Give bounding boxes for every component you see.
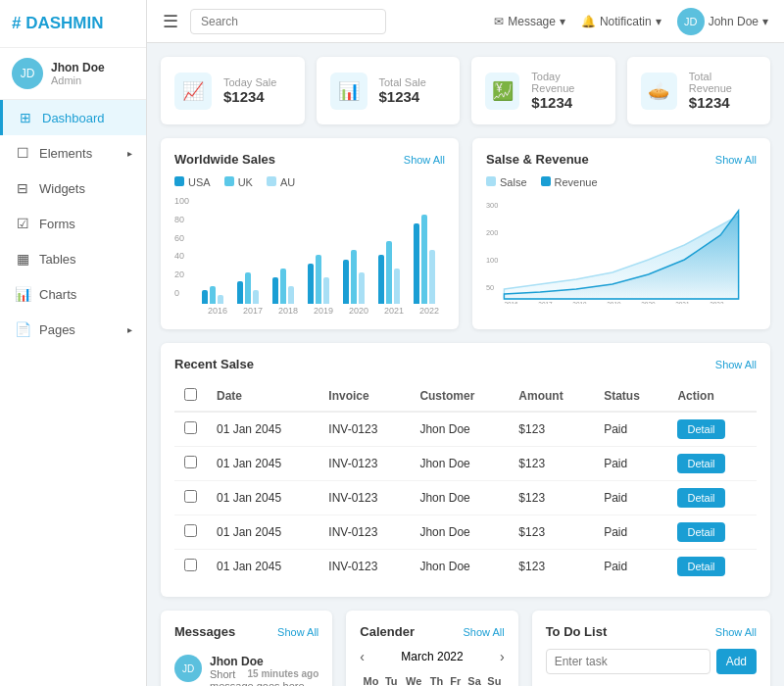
row-checkbox-1[interactable] <box>184 456 197 468</box>
todo-card: To Do List Show All Add Short task goes … <box>532 611 770 686</box>
sidebar-item-pages[interactable]: 📄 Pages ▸ <box>0 312 146 347</box>
cell-status-2: Paid <box>594 481 667 515</box>
col-action: Action <box>667 381 757 412</box>
todo-input[interactable] <box>546 649 710 674</box>
sidebar-item-widgets[interactable]: ⊟ Widgets <box>0 171 146 206</box>
todo-add-button[interactable]: Add <box>716 649 757 674</box>
sidebar-item-dashboard[interactable]: ⊞ Dashboard <box>0 100 146 135</box>
recent-sales-show-all[interactable]: Show All <box>715 359 757 370</box>
calendar-next-button[interactable]: › <box>500 649 505 664</box>
notification-button[interactable]: 🔔 Notificatin ▾ <box>581 15 662 28</box>
sales-revenue-show-all[interactable]: Show All <box>715 154 757 166</box>
msg-name-0: Jhon Doe15 minutes ago <box>210 655 318 668</box>
calendar-show-all[interactable]: Show All <box>463 626 504 638</box>
user-menu-button[interactable]: JD John Doe ▾ <box>677 8 768 35</box>
stat-card-0: 📈 Today Sale $1234 <box>161 57 305 124</box>
table-row: 01 Jan 2045 INV-0123 Jhon Doe $123 Paid … <box>174 550 757 584</box>
table-row: 01 Jan 2045 INV-0123 Jhon Doe $123 Paid … <box>174 412 757 447</box>
row-checkbox-2[interactable] <box>184 490 197 503</box>
x-labels: 2016201720182019202020212022 <box>174 306 445 316</box>
recent-sales-card: Recent Salse Show All Date Invoice Custo… <box>161 343 770 597</box>
bar-USA-2022 <box>414 223 419 304</box>
msg-time-0: 15 minutes ago <box>248 668 319 679</box>
calendar-prev-button[interactable]: ‹ <box>360 649 365 664</box>
user-chevron-icon: ▾ <box>762 15 768 28</box>
calendar-header: Calender Show All <box>360 624 504 639</box>
cell-date-4: 01 Jan 2045 <box>207 550 318 584</box>
sidebar-item-tables[interactable]: ▦ Tables <box>0 241 146 276</box>
stat-label-3: Total Revenue <box>689 71 757 94</box>
messages-list: JD Jhon Doe15 minutes ago Short message … <box>174 649 318 686</box>
bar-UK-2020 <box>351 250 357 304</box>
bar-USA-2019 <box>308 264 314 304</box>
charts-row: Worldwide Sales Show All USA UK AU 10080… <box>161 138 770 329</box>
bar-AU-2019 <box>323 277 329 304</box>
row-checkbox-4[interactable] <box>184 559 197 571</box>
detail-button-1[interactable]: Detail <box>677 454 724 473</box>
cell-customer-1: Jhon Doe <box>410 447 509 481</box>
todo-list: Short task goes here... × Short task goe… <box>546 682 757 686</box>
todo-item-0: Short task goes here... × <box>546 682 757 686</box>
svg-text:200: 200 <box>486 228 498 237</box>
bar-chart <box>174 196 445 304</box>
svg-text:2021: 2021 <box>675 301 690 304</box>
stat-label-0: Today Sale <box>223 76 276 88</box>
messages-show-all[interactable]: Show All <box>277 626 318 638</box>
search-input[interactable] <box>190 9 386 34</box>
row-checkbox-0[interactable] <box>184 421 197 434</box>
cell-amount-2: $123 <box>509 481 594 515</box>
cal-day-header: Tu <box>382 672 401 686</box>
calendar-nav: ‹ March 2022 › <box>360 649 504 664</box>
message-button[interactable]: ✉ Message ▾ <box>494 15 565 28</box>
message-item-0: JD Jhon Doe15 minutes ago Short message … <box>174 649 318 686</box>
stats-row: 📈 Today Sale $1234 📊 Total Sale $1234 💹 … <box>161 57 770 124</box>
sidebar-navigation: ⊞ Dashboard ☐ Elements ▸⊟ Widgets ☑ Form… <box>0 100 146 686</box>
detail-button-0[interactable]: Detail <box>677 419 724 439</box>
todo-show-all[interactable]: Show All <box>715 626 757 638</box>
notification-label: Notificatin <box>600 15 652 28</box>
nav-icon-widgets: ⊟ <box>14 180 31 196</box>
chevron-icon: ▸ <box>127 324 132 335</box>
sidebar-item-charts[interactable]: 📊 Charts <box>0 276 146 312</box>
nav-label-elements: Elements <box>39 146 92 161</box>
nav-icon-tables: ▦ <box>14 251 31 267</box>
stat-label-1: Total Sale <box>379 76 426 88</box>
nav-icon-charts: 📊 <box>14 286 31 302</box>
col-amount: Amount <box>509 381 594 412</box>
col-status: Status <box>594 381 667 412</box>
bar-group-2022 <box>414 215 445 304</box>
worldwide-sales-title: Worldwide Sales <box>174 152 275 167</box>
messages-header: Messages Show All <box>174 624 318 639</box>
worldwide-sales-show-all[interactable]: Show All <box>404 154 445 166</box>
sidebar-item-forms[interactable]: ☑ Forms <box>0 206 146 241</box>
stat-icon-0: 📈 <box>174 73 212 110</box>
x-label-2022: 2022 <box>414 306 445 316</box>
chevron-icon: ▸ <box>127 148 132 159</box>
bar-USA-2021 <box>378 255 384 304</box>
nav-label-tables: Tables <box>39 252 76 267</box>
stat-info-1: Total Sale $1234 <box>379 76 426 105</box>
msg-avatar-0: JD <box>174 655 202 682</box>
nav-label-charts: Charts <box>39 287 76 302</box>
sales-revenue-card: Salse & Revenue Show All Salse Revenue 3… <box>472 138 770 329</box>
cell-customer-2: Jhon Doe <box>410 481 509 515</box>
row-checkbox-3[interactable] <box>184 524 197 537</box>
table-head: Date Invoice Customer Amount Status Acti… <box>174 381 757 412</box>
detail-button-3[interactable]: Detail <box>677 522 724 542</box>
worldwide-sales-legend: USA UK AU <box>174 176 445 188</box>
detail-button-2[interactable]: Detail <box>677 488 724 508</box>
svg-text:2018: 2018 <box>572 301 587 304</box>
cell-status-3: Paid <box>594 515 667 550</box>
svg-text:300: 300 <box>486 201 498 210</box>
x-label-2016: 2016 <box>202 306 233 316</box>
msg-content-0: Jhon Doe15 minutes ago Short message goe… <box>210 655 318 686</box>
x-label-2020: 2020 <box>343 306 374 316</box>
select-all-checkbox[interactable] <box>184 388 197 401</box>
bar-AU-2021 <box>394 269 400 304</box>
bar-group-2019 <box>308 255 339 304</box>
sidebar-item-elements[interactable]: ☐ Elements ▸ <box>0 135 146 171</box>
bar-AU-2022 <box>429 250 435 304</box>
detail-button-4[interactable]: Detail <box>677 557 724 576</box>
menu-icon[interactable]: ☰ <box>163 11 178 32</box>
svg-text:2016: 2016 <box>504 301 518 304</box>
